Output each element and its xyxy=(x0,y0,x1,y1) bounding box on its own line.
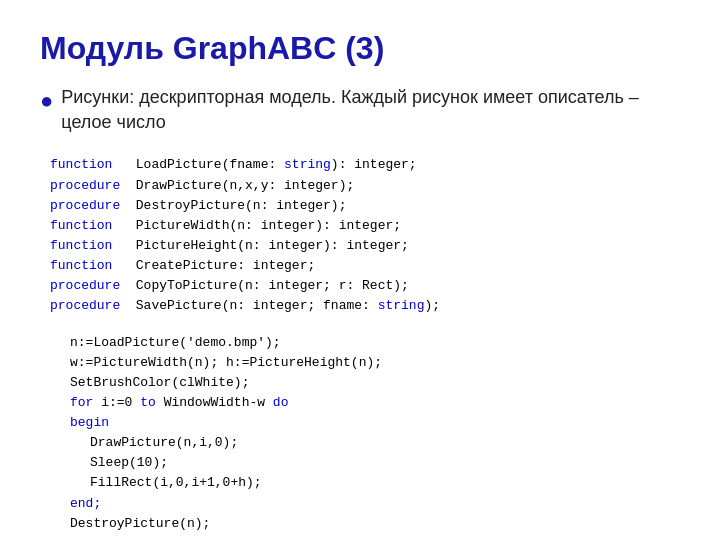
code-line-3: SetBrushColor(clWhite); xyxy=(70,373,680,393)
code-line-8: FillRect(i,0,i+1,0+h); xyxy=(70,473,680,493)
decl-line-7: procedure CopyToPicture(n: integer; r: R… xyxy=(50,276,680,296)
code-line-10: DestroyPicture(n); xyxy=(70,514,680,534)
decl-line-8: procedure SavePicture(n: integer; fname:… xyxy=(50,296,680,316)
decl-line-3: procedure DestroyPicture(n: integer); xyxy=(50,196,680,216)
code-line-7: Sleep(10); xyxy=(70,453,680,473)
code-line-5: begin xyxy=(70,413,680,433)
code-line-4: for i:=0 to WindowWidth-w do xyxy=(70,393,680,413)
code-line-6: DrawPicture(n,i,0); xyxy=(70,433,680,453)
decl-line-4: function PictureWidth(n: integer): integ… xyxy=(50,216,680,236)
code-body-block: n:=LoadPicture('demo.bmp'); w:=PictureWi… xyxy=(40,333,680,534)
decl-line-1: function LoadPicture(fname: string): int… xyxy=(50,155,680,175)
decl-line-5: function PictureHeight(n: integer): inte… xyxy=(50,236,680,256)
subtitle-block: ● Рисунки: дескрипторная модель. Каждый … xyxy=(40,85,680,135)
code-line-9: end; xyxy=(70,494,680,514)
code-line-1: n:=LoadPicture('demo.bmp'); xyxy=(70,333,680,353)
subtitle-text: Рисунки: дескрипторная модель. Каждый ри… xyxy=(61,85,680,135)
bullet-icon: ● xyxy=(40,86,53,117)
decl-line-6: function CreatePicture: integer; xyxy=(50,256,680,276)
code-line-2: w:=PictureWidth(n); h:=PictureHeight(n); xyxy=(70,353,680,373)
slide: Модуль GraphABC (3) ● Рисунки: дескрипто… xyxy=(0,0,720,540)
declarations-block: function LoadPicture(fname: string): int… xyxy=(40,155,680,316)
decl-line-2: procedure DrawPicture(n,x,y: integer); xyxy=(50,176,680,196)
page-title: Модуль GraphABC (3) xyxy=(40,30,680,67)
